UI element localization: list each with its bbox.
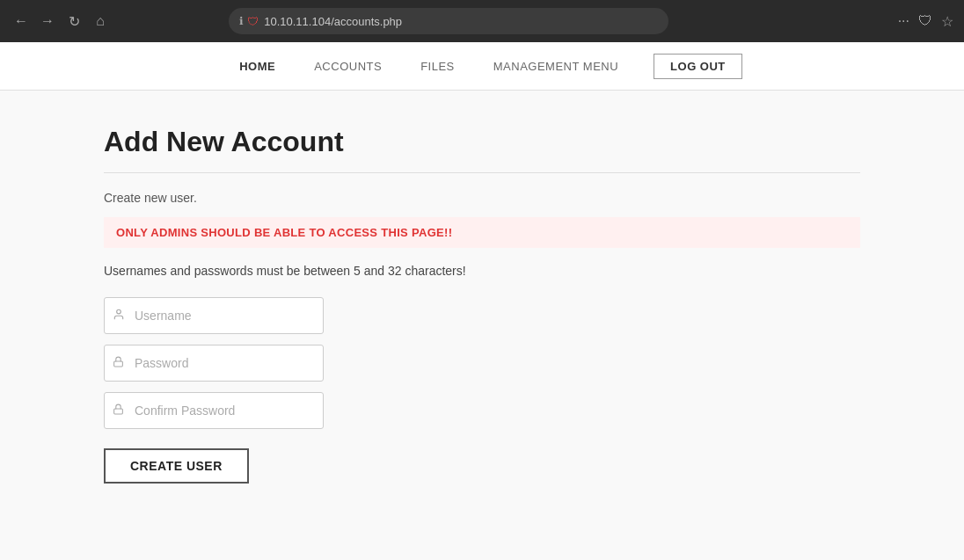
nav-management[interactable]: MANAGEMENT MENU — [476, 55, 636, 78]
shield-icon: 🛡 — [247, 15, 259, 28]
pocket-icon[interactable]: 🛡 — [918, 13, 932, 29]
reload-button[interactable]: ↻ — [63, 11, 84, 32]
logout-button[interactable]: LOG OUT — [654, 54, 742, 79]
address-bar-icons: ℹ 🛡 — [239, 15, 259, 28]
browser-chrome: ← → ↻ ⌂ ℹ 🛡 10.10.11.104/accounts.php ··… — [0, 0, 964, 42]
more-icon[interactable]: ··· — [898, 13, 909, 29]
address-bar[interactable]: ℹ 🛡 10.10.11.104/accounts.php — [229, 8, 668, 34]
back-button[interactable]: ← — [11, 11, 32, 32]
url-domain: 10.10.11.104 — [264, 15, 331, 28]
browser-nav-buttons: ← → ↻ ⌂ — [11, 11, 111, 32]
home-button[interactable]: ⌂ — [90, 11, 111, 32]
main-content: Add New Account Create new user. ONLY AD… — [86, 91, 878, 519]
password-field-group — [104, 345, 324, 382]
page-title: Add New Account — [104, 126, 860, 158]
password-input[interactable] — [104, 345, 324, 382]
nav-home[interactable]: HOME — [222, 55, 293, 78]
address-text: 10.10.11.104/accounts.php — [264, 15, 402, 28]
nav-links: HOME ACCOUNTS FILES MANAGEMENT MENU — [222, 55, 636, 78]
browser-right-icons: ··· 🛡 ☆ — [898, 13, 953, 30]
create-user-button[interactable]: CREATE USER — [104, 448, 249, 484]
forward-button[interactable]: → — [37, 11, 58, 32]
nav-accounts[interactable]: ACCOUNTS — [296, 55, 399, 78]
confirm-password-field-group — [104, 392, 324, 429]
navbar: HOME ACCOUNTS FILES MANAGEMENT MENU LOG … — [0, 42, 964, 91]
url-path: /accounts.php — [331, 15, 402, 28]
confirm-password-input[interactable] — [104, 392, 324, 429]
username-field-group — [104, 297, 324, 334]
username-input[interactable] — [104, 297, 324, 334]
bookmark-icon[interactable]: ☆ — [941, 13, 953, 30]
subtitle: Create new user. — [104, 191, 860, 205]
char-notice: Usernames and passwords must be between … — [104, 264, 860, 278]
admin-warning: ONLY ADMINS SHOULD BE ABLE TO ACCESS THI… — [104, 217, 860, 248]
nav-files[interactable]: FILES — [403, 55, 472, 78]
divider — [104, 172, 860, 173]
info-icon: ℹ — [239, 15, 244, 27]
